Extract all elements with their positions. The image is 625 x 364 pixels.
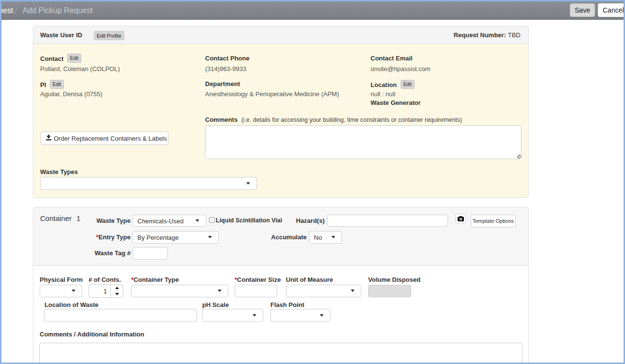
container-type-label-text: Container Type: [134, 276, 179, 283]
location-label: Location: [371, 81, 397, 88]
chevron-down-icon: [195, 219, 199, 222]
save-button[interactable]: Save: [570, 3, 595, 17]
waste-type-label: Waste Type: [62, 215, 131, 227]
num-conts-input[interactable]: [89, 284, 111, 298]
container-size-label-text: Container Size: [237, 276, 281, 283]
container-panel-header: Container1 Waste Type Chemicals-Used Liq…: [33, 207, 528, 266]
num-conts-label: # of Conts.: [89, 276, 121, 283]
accumulate-select[interactable]: No: [309, 231, 342, 244]
order-replacement-label: Order Replacement Containers & Labels: [54, 135, 167, 142]
chevron-down-icon: [208, 236, 212, 238]
breadcrumb: uest/Add Pickup Request: [1, 1, 93, 20]
unit-of-measure-select[interactable]: [286, 285, 361, 297]
contact-phone-value: (314)963-9933: [205, 65, 246, 73]
page-title: Add Pickup Request: [23, 6, 93, 15]
breadcrumb-previous-fragment[interactable]: uest: [1, 6, 13, 15]
container-type-label: *Container Type: [131, 276, 179, 283]
spinner-down-icon: [115, 293, 119, 295]
comments-label-row: Comments (i.e. details for accessing you…: [205, 115, 462, 124]
waste-type-select-value: Chemicals-Used: [137, 217, 183, 224]
contact-phone-label: Contact Phone: [205, 55, 250, 62]
volume-disposed-label: Volume Disposed: [368, 276, 420, 283]
order-replacement-button[interactable]: Order Replacement Containers & Labels: [41, 131, 168, 145]
camera-icon: [458, 216, 464, 221]
pi-label-row: PI Edit: [40, 80, 64, 89]
spinner-down-button[interactable]: [111, 291, 123, 297]
waste-tag-input[interactable]: [133, 247, 168, 260]
contact-email-value: onsite@hpassist.com: [371, 65, 431, 73]
contact-email-label: Contact Email: [371, 55, 413, 62]
textarea-resize-grip[interactable]: [517, 155, 521, 159]
chevron-down-icon: [331, 236, 335, 238]
contact-label-row: Contact Edit: [40, 54, 81, 63]
physical-form-select[interactable]: [40, 285, 82, 297]
chevron-down-icon: [218, 290, 222, 292]
pi-value: Aguilar, Denisa (0755): [40, 90, 103, 98]
panel-title: Waste User ID: [40, 31, 82, 39]
ph-scale-select[interactable]: [202, 309, 263, 322]
breadcrumb-separator: /: [13, 6, 22, 15]
liquid-scintillation-vial-checkbox[interactable]: [209, 217, 215, 223]
location-of-waste-input[interactable]: [44, 309, 197, 322]
entry-type-select-value: By Percentage: [137, 234, 179, 241]
upload-icon: [45, 134, 52, 141]
container-comments-textarea[interactable]: [39, 343, 522, 364]
waste-user-id-panel-body: Contact Edit Pollard, Coleman (COLPOL) P…: [33, 44, 528, 197]
waste-types-label: Waste Types: [40, 168, 78, 175]
edit-profile-button[interactable]: Edit Profile: [94, 31, 124, 40]
container-panel-body: Physical Form # of Conts. *Container Typ…: [33, 266, 528, 364]
chevron-down-icon: [351, 290, 355, 292]
unit-of-measure-label: Unit of Measure: [286, 276, 333, 283]
waste-generator-label: Waste Generator: [371, 99, 421, 106]
physical-form-label: Physical Form: [40, 276, 83, 283]
request-number-value: TBD: [508, 31, 521, 39]
hazards-label: Hazard(s): [266, 215, 325, 227]
chevron-down-icon: [253, 314, 256, 317]
comments-hint: (i.e. details for accessing your buildin…: [241, 116, 462, 123]
template-options-button[interactable]: Template Options: [471, 215, 516, 227]
flash-point-label: Flash Point: [270, 301, 304, 308]
cancel-button[interactable]: Cancel: [598, 3, 624, 17]
spinner-up-icon: [115, 287, 119, 289]
chevron-down-icon: [246, 182, 250, 185]
container-type-select[interactable]: [131, 285, 228, 297]
num-conts-spinner: [110, 284, 123, 298]
location-of-waste-label: Location of Waste: [45, 301, 98, 308]
contact-value: Pollard, Coleman (COLPOL): [40, 65, 120, 73]
ph-scale-label: pH Scale: [202, 301, 229, 308]
entry-type-label-text: Entry Type: [99, 233, 131, 241]
location-label-row: Location Edit: [371, 80, 415, 89]
comments-label: Comments: [205, 116, 238, 123]
edit-location-button[interactable]: Edit: [401, 80, 415, 89]
top-action-bar: uest/Add Pickup Request Save Cancel: [1, 1, 624, 20]
waste-user-id-panel-header: Waste User ID Edit Profile Request Numbe…: [33, 26, 528, 44]
chevron-down-icon: [72, 290, 75, 292]
department-value: Anesthesiology & Perioperative Medicine …: [205, 90, 339, 98]
edit-pi-button[interactable]: Edit: [50, 80, 64, 89]
spinner-up-button[interactable]: [111, 285, 123, 291]
accumulate-select-value: No: [314, 234, 322, 241]
volume-disposed-input: [368, 285, 411, 297]
entry-type-label: *Entry Type: [62, 231, 131, 244]
entry-type-select[interactable]: By Percentage: [133, 231, 219, 244]
camera-button[interactable]: [455, 214, 466, 223]
comments-textarea[interactable]: [205, 125, 521, 159]
flash-point-select[interactable]: [270, 309, 330, 322]
waste-type-select[interactable]: Chemicals-Used: [133, 215, 206, 227]
waste-user-id-panel: Waste User ID Edit Profile Request Numbe…: [33, 26, 529, 198]
location-value: null : null: [371, 90, 395, 98]
add-pickup-request-page: uest/Add Pickup Request Save Cancel Wast…: [0, 0, 625, 364]
chevron-down-icon: [320, 314, 324, 317]
container-size-label: *Container Size: [235, 276, 281, 283]
request-number: Request Number:TBD: [454, 31, 521, 39]
edit-contact-button[interactable]: Edit: [67, 54, 81, 63]
accumulate-label: Accumulate: [256, 231, 307, 244]
request-number-label: Request Number:: [454, 31, 506, 39]
contact-label: Contact: [40, 55, 63, 62]
container-1-panel: Container1 Waste Type Chemicals-Used Liq…: [33, 207, 529, 364]
waste-tag-label: Waste Tag #: [62, 247, 131, 260]
hazards-input[interactable]: [327, 215, 448, 227]
waste-types-select[interactable]: [40, 177, 257, 190]
pi-label: PI: [40, 81, 46, 88]
container-size-input[interactable]: [235, 285, 277, 297]
